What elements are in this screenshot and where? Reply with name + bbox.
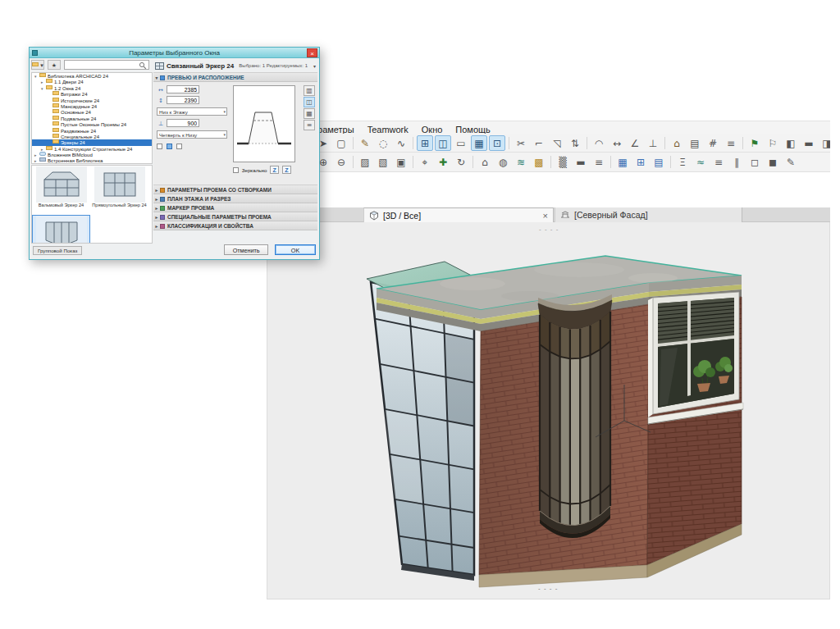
mirror-y-button[interactable]: Z (282, 166, 291, 174)
tree-item[interactable]: ▸Вложения BIMcloud (32, 152, 152, 157)
wave-icon[interactable]: ≈ (692, 154, 709, 170)
mesh-icon[interactable]: ▤ (687, 135, 703, 151)
level-icon[interactable]: ⊥ (645, 135, 661, 151)
solid-icon[interactable]: ▣ (393, 154, 409, 170)
orbit-icon[interactable]: ⊡ (489, 135, 505, 151)
stretch-icon[interactable]: ↔ (609, 135, 625, 151)
column-icon[interactable]: ◧ (783, 135, 799, 151)
collapsed-section[interactable]: ▸ПАРАМЕТРЫ ПРОЕМА СО СТВОРКАМИ (153, 185, 317, 194)
collapsed-section[interactable]: ▸ПЛАН ЭТАЖА И РАЗРЕЗ (153, 194, 317, 203)
spline-icon[interactable]: ∿ (393, 135, 409, 151)
flag-white-icon[interactable]: ⚐ (765, 135, 781, 151)
object-thumbnail[interactable]: Прямоугольный Эркер 24 (90, 166, 148, 215)
tree-item[interactable]: ▾Библиотека ARCHICAD 24 (32, 73, 152, 79)
tree-item[interactable]: Подвальные 24 (32, 116, 152, 121)
tree-item[interactable]: Раздвижные 24 (32, 128, 152, 134)
bar-icon[interactable]: ▬ (573, 154, 589, 170)
grid-icon[interactable]: # (705, 135, 721, 151)
front-view-button[interactable]: ◫ (304, 97, 315, 107)
detail-icon[interactable]: ▭ (453, 135, 469, 151)
favorites-button[interactable]: ★ (48, 60, 61, 70)
sheet-icon[interactable]: ▤ (651, 154, 667, 170)
shade-icon[interactable]: ▒ (555, 154, 571, 170)
list-view-button[interactable]: ≡ (304, 120, 315, 130)
schedule-icon[interactable]: ⊞ (632, 154, 649, 170)
tree-item[interactable]: Основные 24 (32, 109, 152, 115)
stamp-icon[interactable]: ◍ (495, 154, 511, 170)
folder-view-button[interactable]: ▾ (31, 60, 44, 70)
hatch-alt-icon[interactable]: ▧ (375, 154, 391, 170)
remove-vertex-icon[interactable]: ⊖ (333, 154, 349, 170)
group-display-button[interactable]: Групповой Показ (33, 246, 82, 255)
close-icon[interactable]: × (307, 48, 317, 57)
close-tab-icon[interactable]: × (543, 208, 548, 222)
plan-view-button[interactable]: ▥ (304, 85, 315, 96)
tree-item[interactable]: Исторические 24 (32, 98, 152, 103)
quarter-dropdown[interactable]: Четверть к Низу▾ (157, 130, 227, 139)
object-options-dropdown[interactable]: ▾ (313, 63, 316, 69)
anchor-dropdown[interactable]: Низ к Этажу▾ (157, 107, 227, 116)
marquee-icon[interactable]: ▢ (333, 135, 349, 151)
cancel-button[interactable]: Отменить (224, 244, 268, 255)
collapsed-section[interactable]: ▸СПЕЦИАЛЬНЫЕ ПАРАМЕТРЫ ПРОЕМА (153, 212, 317, 221)
plan-preview[interactable] (233, 85, 295, 162)
width-input[interactable] (167, 85, 199, 93)
ibeam-icon[interactable]: Ξ (674, 154, 691, 170)
table-icon[interactable]: ▦ (614, 154, 631, 170)
tree-item[interactable]: Пустые Оконные Проемы 24 (32, 121, 152, 127)
anchor-option[interactable] (157, 144, 162, 149)
flag-green-icon[interactable]: ⚑ (746, 135, 763, 151)
grid-view-icon[interactable]: ⊞ (417, 135, 433, 151)
redo-icon[interactable]: ↻ (453, 154, 469, 170)
mirror-checkbox[interactable] (233, 167, 239, 173)
object-thumbnail[interactable]: Вальмовый Эркер 24 (32, 166, 90, 215)
section-preview-positioning[interactable]: ▾ПРЕВЬЮ И РАСПОЛОЖЕНИЕ (153, 73, 317, 82)
target-icon[interactable]: ⌖ (417, 154, 433, 170)
wall-icon[interactable]: ◨ (819, 135, 830, 151)
add-icon[interactable]: ✚ (435, 154, 451, 170)
object-thumbnail[interactable]: Связанный Эркер 24 (32, 215, 90, 244)
tree-item[interactable]: ▸1.1 Двери 24 (32, 79, 152, 84)
railing-icon[interactable]: ∥ (728, 154, 745, 170)
elevation-input[interactable] (167, 119, 199, 127)
window-icon[interactable]: ◼ (765, 154, 781, 170)
dialog-titlebar[interactable]: Параметры Выбранного Окна × (30, 48, 319, 58)
height-input[interactable] (167, 96, 199, 104)
hatch-icon[interactable]: ▨ (357, 154, 373, 170)
tree-item[interactable]: ▸1.4 Конструкции Строительные 24 (32, 146, 152, 152)
section-view-icon[interactable]: ◫ (435, 135, 451, 151)
list-icon[interactable]: ≡ (591, 154, 607, 170)
door-icon[interactable]: ◻ (746, 154, 763, 170)
label-icon[interactable]: ✎ (783, 154, 799, 170)
zoom-extent-icon[interactable]: ▦ (471, 135, 487, 151)
beam-icon[interactable]: ▬ (801, 135, 817, 151)
pencil-icon[interactable]: ✎ (357, 135, 373, 151)
view-tab[interactable]: [Северный Фасад] (555, 207, 742, 222)
home-story-icon[interactable]: ⌂ (477, 154, 493, 170)
roof-layers-icon[interactable]: ▩ (531, 154, 547, 170)
tree-item[interactable]: Специальные 24 (32, 134, 152, 139)
stairs-icon[interactable]: ≡ (710, 154, 727, 170)
collapsed-section[interactable]: ▸КЛАССИФИКАЦИЯ И СВОЙСТВА (153, 221, 317, 230)
angle-icon[interactable]: ∠ (627, 135, 643, 151)
trim-icon[interactable]: ⌐ (531, 135, 547, 151)
waves-icon[interactable]: ≋ (513, 154, 529, 170)
adjust-icon[interactable]: ⇅ (567, 135, 583, 151)
3d-view-button[interactable]: ▦ (304, 108, 315, 119)
cut-icon[interactable]: ✂ (513, 135, 529, 151)
mirror-x-button[interactable]: Z (270, 166, 279, 174)
fillet-icon[interactable]: ◠ (591, 135, 607, 151)
collapsed-section[interactable]: ▸МАРКЕР ПРОЕМА (153, 203, 317, 212)
tree-item[interactable]: Витражи 24 (32, 91, 152, 97)
circle-icon[interactable]: ◌ (375, 135, 391, 151)
tree-item[interactable]: ▾1.2 Окна 24 (32, 85, 152, 91)
ok-button[interactable]: OK (275, 244, 316, 255)
tree-item[interactable]: Мансардные 24 (32, 103, 152, 109)
tree-item[interactable]: Эркеры 24 (32, 139, 152, 145)
tree-item[interactable]: ▸Встроенная Библиотека (32, 157, 152, 163)
split-icon[interactable]: ◹ (549, 135, 565, 151)
3d-viewport[interactable]: - - - - - - - - (267, 222, 830, 599)
library-search-input[interactable] (64, 60, 149, 70)
roof-icon[interactable]: ⌂ (669, 135, 685, 151)
view-tab[interactable]: [3D / Все]× (363, 207, 554, 222)
